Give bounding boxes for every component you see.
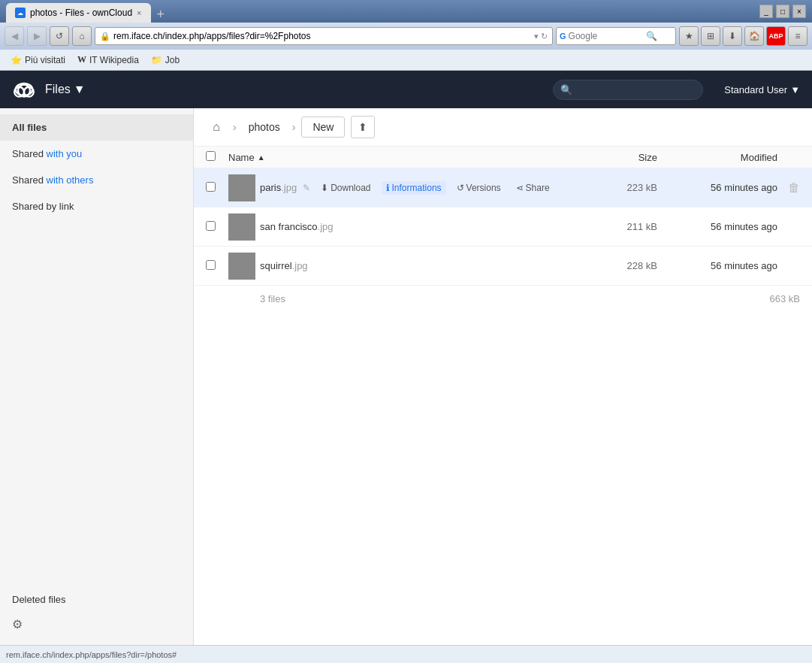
- bookmark-job[interactable]: 📁 Job: [146, 53, 184, 67]
- sidebar-shared-with-others-prefix: Shared: [12, 174, 47, 186]
- bookmark-btn[interactable]: ★: [679, 26, 699, 46]
- summary-size: 663 kB: [725, 293, 800, 304]
- forward-btn[interactable]: ▶: [27, 26, 47, 46]
- delete-btn-paris[interactable]: 🗑: [788, 181, 800, 194]
- owncloud-logo[interactable]: [12, 77, 36, 101]
- sidebar-item-all-files[interactable]: All files: [0, 114, 193, 141]
- modified-header: Modified: [741, 152, 777, 163]
- file-size-sf: 211 kB: [627, 221, 657, 232]
- bookmarks-bar: ⭐ Più visitati W IT Wikipedia 📁 Job: [0, 50, 812, 71]
- search-submit-icon[interactable]: 🔍: [646, 31, 657, 41]
- file-row-squirrel: squirrel.jpg 228 kB 56 minutes ago: [194, 247, 812, 286]
- sidebar-item-deleted-files[interactable]: Deleted files: [12, 588, 181, 611]
- refresh-icon[interactable]: ↻: [541, 32, 548, 41]
- file-modified-paris: 56 minutes ago: [711, 182, 777, 193]
- logo-icon: [12, 77, 36, 101]
- breadcrumb-sep-2: ›: [292, 121, 296, 133]
- sidebar-shared-with-you-link[interactable]: with you: [47, 148, 83, 159]
- bookmark-wikipedia[interactable]: W IT Wikipedia: [73, 53, 143, 67]
- informations-label-paris: Informations: [392, 183, 442, 193]
- search-input[interactable]: [569, 31, 644, 41]
- file-row: paris.jpg ✎ ⬇ Download ℹ Informations ↺ …: [194, 168, 812, 207]
- name-header[interactable]: Name: [228, 152, 255, 163]
- dropdown-arrow[interactable]: ▾: [534, 32, 539, 41]
- file-checkbox-squirrel[interactable]: [206, 260, 216, 270]
- home-btn[interactable]: ⌂: [206, 117, 227, 138]
- sidebar-shared-with-others-link[interactable]: with others: [47, 174, 94, 186]
- file-name-squirrel[interactable]: squirrel.jpg: [260, 260, 308, 271]
- sidebar-item-shared-with-others[interactable]: Shared with others: [0, 167, 193, 193]
- back-btn[interactable]: ◀: [5, 26, 24, 46]
- download-nav-btn[interactable]: ⬇: [723, 26, 742, 46]
- sidebar-item-shared-with-you[interactable]: Shared with you: [0, 141, 193, 167]
- file-name-sf[interactable]: san francisco.jpg: [260, 221, 334, 232]
- size-header: Size: [638, 152, 657, 163]
- share-btn-paris[interactable]: ⋖ Share: [512, 181, 554, 195]
- menu-btn[interactable]: ≡: [788, 26, 807, 46]
- user-menu[interactable]: Standard User ▼: [724, 84, 800, 95]
- new-tab-btn[interactable]: +: [151, 7, 171, 23]
- user-menu-arrow: ▼: [790, 84, 800, 95]
- address-input[interactable]: [113, 31, 531, 41]
- search-provider-label: G: [560, 32, 566, 41]
- reload-btn[interactable]: ↺: [50, 26, 69, 46]
- search-box[interactable]: G 🔍: [556, 27, 676, 45]
- adblock-btn[interactable]: ABP: [766, 26, 786, 46]
- app-title-arrow: ▼: [74, 83, 86, 96]
- maximize-btn[interactable]: □: [776, 5, 789, 18]
- home-btn-2[interactable]: 🏠: [744, 26, 764, 46]
- file-row-sf: san francisco.jpg 211 kB 56 minutes ago: [194, 207, 812, 247]
- upload-icon: ⬆: [358, 121, 367, 133]
- info-icon-paris: ℹ: [386, 183, 390, 193]
- versions-label-paris: Versions: [466, 183, 501, 193]
- app-title[interactable]: Files ▼: [45, 83, 86, 96]
- address-bar[interactable]: 🔒 ▾ ↻: [95, 27, 553, 45]
- app-header: Files ▼ 🔍 Standard User ▼: [0, 71, 812, 108]
- file-checkbox-sf[interactable]: [206, 221, 216, 231]
- active-tab[interactable]: ☁ photos - Files - ownCloud ×: [6, 3, 151, 23]
- sidebar-bottom: Deleted files ⚙: [0, 580, 193, 645]
- versions-btn-paris[interactable]: ↺ Versions: [452, 181, 506, 195]
- thumbnail-paris: [228, 174, 255, 201]
- file-list-header: Name ▲ Size Modified: [194, 147, 812, 168]
- summary-files: 3 files: [260, 293, 725, 304]
- select-all-checkbox[interactable]: [206, 151, 216, 161]
- versions-icon-paris: ↺: [457, 183, 464, 193]
- job-label: Job: [165, 55, 180, 65]
- gear-icon[interactable]: ⚙: [12, 618, 23, 631]
- piu-visitati-label: Più visitati: [25, 55, 65, 65]
- file-area: ⌂ › photos › New ⬆ Name ▲ Size Modified: [194, 108, 812, 645]
- minimize-btn[interactable]: _: [759, 5, 773, 18]
- sidebar-shared-with-you-prefix: Shared: [12, 148, 47, 159]
- wikipedia-icon: W: [77, 54, 86, 65]
- sidebar-item-shared-by-link[interactable]: Shared by link: [0, 193, 193, 219]
- status-url: rem.iface.ch/index.php/apps/files?dir=/p…: [6, 650, 177, 659]
- breadcrumb-folder: photos: [243, 118, 286, 136]
- tab-close-btn[interactable]: ×: [137, 8, 141, 17]
- new-btn[interactable]: New: [301, 117, 345, 138]
- bookmark-piu-visitati[interactable]: ⭐ Più visitati: [6, 53, 70, 67]
- user-label: Standard User: [724, 84, 787, 95]
- download-icon-paris: ⬇: [321, 183, 328, 193]
- file-toolbar: ⌂ › photos › New ⬆: [194, 108, 812, 147]
- file-checkbox-paris[interactable]: [206, 182, 216, 192]
- home-icon: ⌂: [213, 120, 220, 134]
- tab-favicon: ☁: [15, 8, 26, 18]
- close-btn[interactable]: ×: [792, 5, 806, 18]
- sidebar-all-files-label: All files: [12, 122, 47, 133]
- file-summary: 3 files 663 kB: [194, 286, 812, 312]
- breadcrumb-sep-1: ›: [233, 121, 237, 133]
- tab-title: photos - Files - ownCloud: [30, 8, 132, 18]
- home-nav-btn[interactable]: ⌂: [72, 26, 92, 46]
- edit-icon-paris[interactable]: ✎: [303, 183, 310, 193]
- bookmarks-manager-btn[interactable]: ⊞: [701, 26, 720, 46]
- file-modified-squirrel: 56 minutes ago: [711, 260, 777, 271]
- download-btn-paris[interactable]: ⬇ Download: [316, 181, 375, 195]
- gear-icon-wrap[interactable]: ⚙: [12, 611, 181, 637]
- app-search-input[interactable]: [553, 80, 703, 100]
- share-label-paris: Share: [526, 183, 550, 193]
- job-icon: 📁: [151, 55, 162, 65]
- informations-btn-paris[interactable]: ℹ Informations: [382, 181, 446, 195]
- upload-btn[interactable]: ⬆: [351, 116, 375, 138]
- file-name-paris[interactable]: paris.jpg: [260, 182, 297, 193]
